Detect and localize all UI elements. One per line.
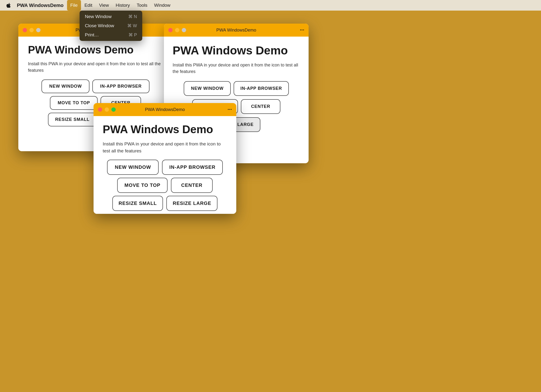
button-row-3-1: NEW WINDOW IN-APP BROWSER — [103, 160, 227, 175]
button-grid-3: NEW WINDOW IN-APP BROWSER MOVE TO TOP CE… — [103, 160, 227, 211]
window-menu-3[interactable]: ··· — [228, 106, 232, 113]
app-description-1: Install this PWA in your device and open… — [28, 61, 163, 74]
menu-close-window[interactable]: Close Window ⌘ W — [80, 21, 142, 30]
window-controls-1 — [23, 28, 41, 32]
menu-view[interactable]: View — [96, 0, 112, 11]
minimize-button-2[interactable] — [175, 28, 179, 32]
window-title-3: PWA WindowsDemo — [145, 107, 185, 112]
new-window-btn-3[interactable]: NEW WINDOW — [107, 160, 159, 175]
resize-small-btn-3[interactable]: RESIZE SMALL — [112, 196, 163, 211]
close-button-3[interactable] — [98, 107, 102, 112]
app-heading-2: PWA Windows Demo — [173, 44, 300, 57]
window-menu-2[interactable]: ··· — [300, 27, 304, 33]
window-controls-2 — [168, 28, 186, 32]
in-app-browser-btn-2[interactable]: IN-APP BROWSER — [234, 81, 289, 96]
new-window-btn-1[interactable]: NEW WINDOW — [41, 79, 89, 93]
move-to-top-btn-1[interactable]: MOVE TO TOP — [50, 96, 98, 110]
move-to-top-btn-3[interactable]: MOVE TO TOP — [117, 178, 168, 193]
menu-print[interactable]: Print… ⌘ P — [80, 30, 142, 39]
menu-file[interactable]: File — [67, 0, 81, 11]
in-app-browser-btn-3[interactable]: IN-APP BROWSER — [162, 160, 223, 175]
close-button-2[interactable] — [168, 28, 173, 32]
center-btn-2[interactable]: CENTER — [241, 99, 280, 114]
menu-tools[interactable]: Tools — [133, 0, 151, 11]
window-controls-3 — [98, 107, 116, 112]
in-app-browser-btn-1[interactable]: IN-APP BROWSER — [92, 79, 149, 93]
menu-new-window[interactable]: New Window ⌘ N — [80, 12, 142, 21]
resize-large-btn-3[interactable]: RESIZE LARGE — [166, 196, 217, 211]
pwa-window-3: PWA WindowsDemo ··· PWA Windows Demo Ins… — [94, 103, 236, 214]
menu-history[interactable]: History — [112, 0, 133, 11]
button-row-2-1: NEW WINDOW IN-APP BROWSER — [173, 81, 300, 96]
app-description-2: Install this PWA in your device and open… — [173, 62, 300, 75]
window-title-2: PWA WindowsDemo — [216, 28, 256, 33]
button-row-3-2: MOVE TO TOP CENTER — [103, 178, 227, 193]
menu-edit[interactable]: Edit — [81, 0, 96, 11]
new-window-btn-2[interactable]: NEW WINDOW — [184, 81, 231, 96]
apple-icon — [6, 3, 11, 8]
maximize-button-2[interactable] — [182, 28, 186, 32]
minimize-button-3[interactable] — [105, 107, 109, 112]
close-button-1[interactable] — [23, 28, 27, 32]
button-row-3-3: RESIZE SMALL RESIZE LARGE — [103, 196, 227, 211]
minimize-button-1[interactable] — [29, 28, 34, 32]
center-btn-3[interactable]: CENTER — [171, 178, 212, 193]
titlebar-3: PWA WindowsDemo ··· — [94, 103, 236, 116]
app-name: PWA WindowsDemo — [14, 3, 66, 8]
window-content-3: PWA Windows Demo Install this PWA in you… — [94, 116, 236, 214]
app-heading-1: PWA Windows Demo — [28, 44, 163, 56]
app-description-3: Install this PWA in your device and open… — [103, 141, 227, 154]
button-row-1-1: NEW WINDOW IN-APP BROWSER — [28, 79, 163, 93]
maximize-button-1[interactable] — [36, 28, 41, 32]
titlebar-2: PWA WindowsDemo ··· — [164, 24, 309, 37]
file-dropdown-menu: New Window ⌘ N Close Window ⌘ W Print… ⌘… — [80, 11, 142, 41]
menubar: PWA WindowsDemo File Edit View History T… — [0, 0, 541, 11]
resize-small-btn-1[interactable]: RESIZE SMALL — [48, 113, 97, 126]
apple-menu[interactable] — [5, 0, 13, 11]
menu-window[interactable]: Window — [151, 0, 174, 11]
app-heading-3: PWA Windows Demo — [103, 123, 227, 136]
maximize-button-3[interactable] — [111, 107, 116, 112]
